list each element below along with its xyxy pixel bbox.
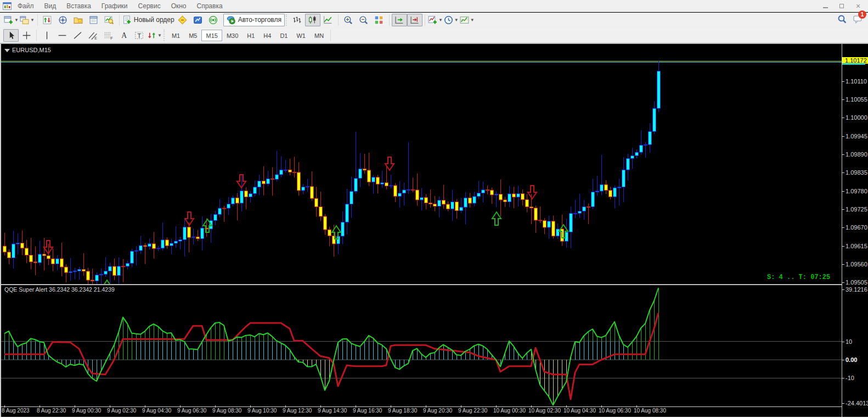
timeframe-M1[interactable]: M1 (167, 30, 184, 41)
svg-text:E: E (94, 36, 97, 40)
line-chart-button[interactable] (320, 14, 336, 26)
svg-text:T: T (137, 31, 141, 38)
timeframe-MN[interactable]: MN (310, 30, 328, 41)
indicator-status-text: S: 4 .. T: 07:25 (767, 274, 836, 281)
terminal-window-button[interactable] (190, 14, 206, 26)
main-chart-pane[interactable] (0, 44, 842, 284)
crosshair-button[interactable] (19, 29, 34, 42)
time-tick-label: 9 Aug 08:30 (212, 408, 241, 414)
navigator-button[interactable] (55, 14, 71, 26)
chart-left-border (0, 44, 1, 417)
periods-button[interactable]: ▼ (443, 14, 459, 26)
chart-window[interactable]: EURUSD,M15 S: 4 .. T: 07:25 QQE Super Al… (0, 43, 868, 416)
price-tick-label: 1.09560 (846, 261, 867, 267)
time-tick-label: 9 Aug 10:30 (247, 408, 277, 414)
templates-button[interactable]: ▼ (459, 14, 475, 26)
time-tick-label: 9 Aug 04:30 (142, 408, 171, 414)
timeframe-M5[interactable]: M5 (184, 30, 201, 41)
timeframe-W1[interactable]: W1 (292, 30, 310, 41)
symbol-collapse-icon[interactable] (4, 49, 10, 52)
time-tick-label: 10 Aug 00:30 (493, 408, 526, 414)
auto-scroll-button[interactable] (392, 14, 407, 26)
timeframe-H4[interactable]: H4 (259, 30, 275, 41)
profiles-button[interactable]: ▼ (19, 14, 35, 26)
time-tick-label: 9 Aug 12:30 (283, 408, 312, 414)
vertical-line-button[interactable] (39, 29, 54, 42)
price-tick-label: 1.09780 (846, 188, 867, 194)
menu-0[interactable]: Файл (15, 0, 37, 12)
time-tick-label: 9 Aug 02:30 (107, 408, 136, 414)
trendline-button[interactable] (70, 29, 85, 42)
new-order-button[interactable]: Новый ордер (122, 14, 175, 26)
price-tick-label: 1.10055 (846, 96, 867, 103)
fibonacci-icon: F (104, 31, 113, 40)
chevron-down-icon: ▼ (454, 18, 459, 23)
navigator-icon (58, 15, 67, 25)
zoom-out-button[interactable] (356, 14, 371, 26)
metaeditor-button[interactable] (175, 14, 190, 26)
channel-icon: E (88, 31, 98, 40)
fibonacci-button[interactable]: F (100, 29, 116, 42)
menu-4[interactable]: Сервис (136, 0, 164, 12)
candle-chart-button[interactable] (305, 14, 320, 26)
price-tick-label: 1.09670 (846, 224, 867, 231)
strategy-tester-button[interactable] (102, 14, 117, 26)
price-tick-label: 1.10000 (846, 114, 867, 121)
market-watch-button[interactable] (40, 14, 55, 26)
chevron-down-icon: ▼ (157, 33, 162, 38)
time-tick-label: 8 Aug 22:30 (37, 408, 66, 414)
timeframe-H1[interactable]: H1 (243, 30, 259, 41)
arrows-button[interactable]: ▼ (146, 29, 162, 42)
menu-2[interactable]: Вставка (64, 0, 94, 12)
menu-bar: ФайлВидВставкаГрафикиСервисОкноСправка × (0, 0, 868, 12)
timeframe-D1[interactable]: D1 (275, 30, 292, 41)
price-tick-label: 1.09890 (846, 151, 867, 158)
menu-1[interactable]: Вид (42, 0, 59, 12)
price-tick-label: 1.10110 (846, 78, 867, 85)
signals-button[interactable] (206, 14, 221, 26)
channel-button[interactable]: E (85, 29, 100, 42)
indicator-tick-label: 10 (846, 338, 852, 345)
text-button[interactable]: A (116, 29, 131, 42)
menu-3[interactable]: Графики (99, 0, 131, 12)
horizontal-line-button[interactable] (54, 29, 70, 42)
chart-shift-button[interactable] (407, 14, 422, 26)
chart-shift-icon (410, 15, 419, 25)
cursor-icon (7, 31, 16, 40)
time-tick-label: 10 Aug 04:30 (563, 408, 596, 414)
menu-5[interactable]: Окно (168, 0, 189, 12)
zoom-out-icon (359, 15, 368, 25)
autotrade-label: Авто-торговля (238, 16, 281, 24)
time-tick-label: 10 Aug 02:30 (528, 408, 561, 414)
auto-scroll-icon (394, 15, 404, 25)
chevron-down-icon: ▼ (438, 18, 443, 23)
zoom-in-button[interactable] (341, 14, 356, 26)
restore-button[interactable] (836, 2, 847, 10)
time-tick-label: 10 Aug 08:30 (634, 408, 666, 414)
indicator-pane[interactable] (0, 286, 842, 406)
window-controls: × (820, 2, 864, 10)
new-chart-icon (4, 15, 13, 25)
minimize-button[interactable] (820, 2, 831, 10)
tile-windows-button[interactable] (371, 14, 387, 26)
bar-chart-button[interactable] (290, 14, 305, 26)
timeframe-M30[interactable]: M30 (222, 30, 243, 41)
cursor-button[interactable] (3, 29, 19, 42)
close-button[interactable]: × (853, 2, 864, 10)
price-tick-label: 1.09725 (846, 206, 867, 213)
timeframe-M15[interactable]: M15 (201, 30, 222, 41)
templates-icon (460, 15, 469, 25)
pane-splitter[interactable] (0, 284, 842, 285)
search-icon[interactable] (837, 14, 847, 24)
text-label-button[interactable]: T (131, 29, 146, 42)
time-tick-label: 9 Aug 00:30 (72, 408, 101, 414)
data-window-button[interactable] (86, 14, 102, 26)
terminal-button[interactable] (71, 14, 86, 26)
time-tick-label: 8 Aug 2023 (2, 408, 30, 414)
terminal-window-icon (193, 15, 202, 25)
arrows-icon (147, 31, 156, 40)
menu-6[interactable]: Справка (194, 0, 226, 12)
autotrade-button[interactable]: Авто-торговля (223, 14, 285, 26)
new-chart-button[interactable]: ▼ (3, 14, 19, 26)
indicators-button[interactable]: ▼ (427, 14, 443, 26)
